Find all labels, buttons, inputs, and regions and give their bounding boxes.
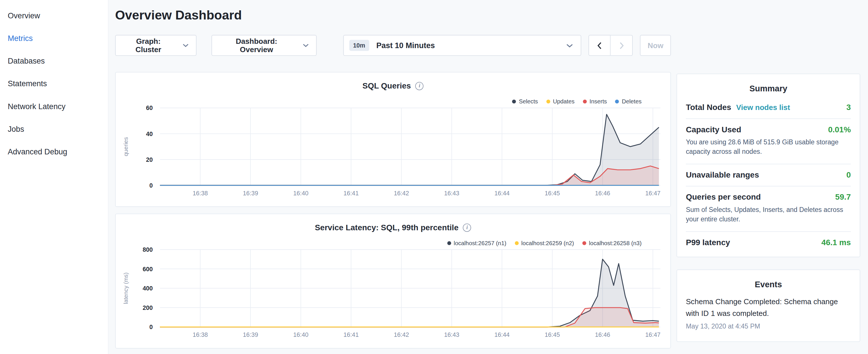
sidebar-item-databases[interactable]: Databases [0, 49, 108, 72]
sidebar-item-overview[interactable]: Overview [0, 4, 108, 27]
summary-value: 3 [846, 103, 851, 112]
page-title: Overview Dashboard [115, 8, 671, 23]
chart-legend: localhost:26257 (n1) localhost:26259 (n2… [447, 239, 642, 246]
sql-queries-chart-card: SQL Queries i Selects Updates Inserts [115, 72, 671, 207]
summary-description: You are using 28.6 MiB of 515.9 GiB usab… [686, 138, 851, 157]
legend-item-updates[interactable]: Updates [546, 98, 575, 104]
main-content: Overview Dashboard Graph: Cluster Dashbo… [115, 0, 671, 349]
summary-row-unavailable-ranges: Unavailable ranges 0 [686, 164, 851, 186]
svg-text:16:43: 16:43 [444, 331, 459, 338]
svg-text:16:39: 16:39 [243, 190, 258, 197]
svg-text:16:40: 16:40 [293, 190, 308, 197]
summary-label: Unavailable ranges [686, 170, 759, 179]
legend-label: Deletes [622, 98, 642, 104]
chevron-down-icon [303, 44, 309, 47]
time-range-dropdown[interactable]: 10m Past 10 Minutes [343, 35, 582, 56]
svg-text:40: 40 [146, 131, 153, 137]
svg-text:60: 60 [146, 104, 153, 111]
svg-text:16:41: 16:41 [344, 190, 359, 197]
svg-text:16:42: 16:42 [394, 331, 409, 338]
summary-description: Sum of Selects, Updates, Inserts, and De… [686, 205, 851, 224]
svg-text:latency (ms): latency (ms) [123, 272, 129, 304]
graph-dropdown[interactable]: Graph: Cluster [115, 35, 196, 56]
summary-row-p99-latency: P99 latency 46.1 ms [686, 232, 851, 253]
summary-row-total-nodes: Total Nodes View nodes list 3 [686, 97, 851, 119]
legend-item-inserts[interactable]: Inserts [583, 98, 607, 104]
legend-item-n3[interactable]: localhost:26258 (n3) [582, 239, 642, 246]
svg-text:16:45: 16:45 [545, 190, 560, 197]
sidebar-item-statements[interactable]: Statements [0, 72, 108, 95]
legend-label: Selects [519, 98, 538, 104]
svg-text:16:39: 16:39 [243, 331, 258, 338]
chart-title: Service Latency: SQL, 99th percentile [315, 223, 459, 232]
service-latency-plot[interactable]: 020040060080016:3816:3916:4016:4116:4216… [116, 246, 672, 349]
svg-text:16:41: 16:41 [344, 331, 359, 338]
chevron-left-icon [597, 42, 602, 49]
summary-value: 59.7 [835, 192, 851, 201]
summary-value: 0 [846, 170, 851, 179]
legend-dot [615, 99, 619, 103]
svg-text:800: 800 [143, 246, 153, 253]
sql-queries-plot[interactable]: 020406016:3816:3916:4016:4116:4216:4316:… [116, 104, 672, 207]
graph-dropdown-label: Graph: Cluster [123, 37, 174, 54]
legend-item-n2[interactable]: localhost:26259 (n2) [515, 239, 574, 246]
svg-text:16:40: 16:40 [293, 331, 308, 338]
summary-label: Capacity Used [686, 125, 741, 134]
summary-value: 46.1 ms [821, 238, 851, 247]
right-panel: Summary Total Nodes View nodes list 3 Ca… [677, 74, 860, 342]
chevron-down-icon [183, 44, 189, 47]
legend-dot [546, 99, 550, 103]
app: Overview Metrics Databases Statements Ne… [0, 0, 868, 354]
sidebar-item-jobs[interactable]: Jobs [0, 118, 108, 140]
dashboard-dropdown[interactable]: Dashboard: Overview [211, 35, 316, 56]
legend-dot [513, 99, 517, 103]
svg-text:16:42: 16:42 [394, 190, 409, 197]
legend-dot [583, 99, 587, 103]
legend-item-n1[interactable]: localhost:26257 (n1) [447, 239, 506, 246]
legend-dot [515, 241, 519, 245]
events-title: Events [686, 270, 851, 292]
view-nodes-list-link[interactable]: View nodes list [736, 103, 790, 112]
sidebar-item-network-latency[interactable]: Network Latency [0, 95, 108, 117]
svg-text:600: 600 [143, 266, 153, 273]
svg-text:16:44: 16:44 [494, 190, 509, 197]
sidebar-item-advanced-debug[interactable]: Advanced Debug [0, 140, 108, 163]
chevron-right-icon [619, 42, 624, 49]
legend-item-selects[interactable]: Selects [513, 98, 538, 104]
legend-label: Updates [553, 98, 575, 104]
svg-text:0: 0 [149, 182, 153, 189]
summary-label: Total Nodes [686, 103, 731, 112]
info-icon[interactable]: i [463, 223, 471, 231]
sidebar-item-metrics[interactable]: Metrics [0, 27, 108, 49]
legend-item-deletes[interactable]: Deletes [615, 98, 642, 104]
chart-title: SQL Queries [363, 81, 411, 90]
info-icon[interactable]: i [415, 82, 424, 90]
summary-label: Queries per second [686, 192, 761, 201]
legend-label: localhost:26259 (n2) [521, 239, 574, 246]
legend-dot [582, 241, 586, 245]
now-button[interactable]: Now [640, 35, 671, 56]
legend-label: localhost:26258 (n3) [589, 239, 642, 246]
dashboard-dropdown-label: Dashboard: Overview [219, 37, 294, 54]
time-forward-button[interactable] [611, 35, 633, 56]
svg-text:20: 20 [146, 156, 153, 163]
svg-text:0: 0 [149, 324, 153, 330]
summary-row-queries-per-second: Queries per second 59.7 Sum of Selects, … [686, 187, 851, 232]
event-item: Schema Change Completed: Schema change w… [686, 292, 851, 338]
svg-text:16:47: 16:47 [645, 190, 660, 197]
event-text: Schema Change Completed: Schema change w… [686, 296, 851, 320]
sidebar: Overview Metrics Databases Statements Ne… [0, 0, 108, 354]
time-range-badge: 10m [349, 40, 369, 51]
time-back-button[interactable] [589, 35, 611, 56]
svg-text:16:46: 16:46 [595, 331, 610, 338]
summary-label: P99 latency [686, 238, 730, 247]
svg-text:16:44: 16:44 [494, 331, 509, 338]
svg-text:queries: queries [123, 137, 129, 156]
time-step-buttons [589, 35, 633, 56]
legend-label: localhost:26257 (n1) [454, 239, 506, 246]
svg-text:16:45: 16:45 [545, 331, 560, 338]
summary-row-capacity-used: Capacity Used 0.01% You are using 28.6 M… [686, 119, 851, 164]
summary-title: Summary [686, 74, 851, 97]
svg-text:16:38: 16:38 [192, 190, 208, 197]
legend-dot [447, 241, 451, 245]
